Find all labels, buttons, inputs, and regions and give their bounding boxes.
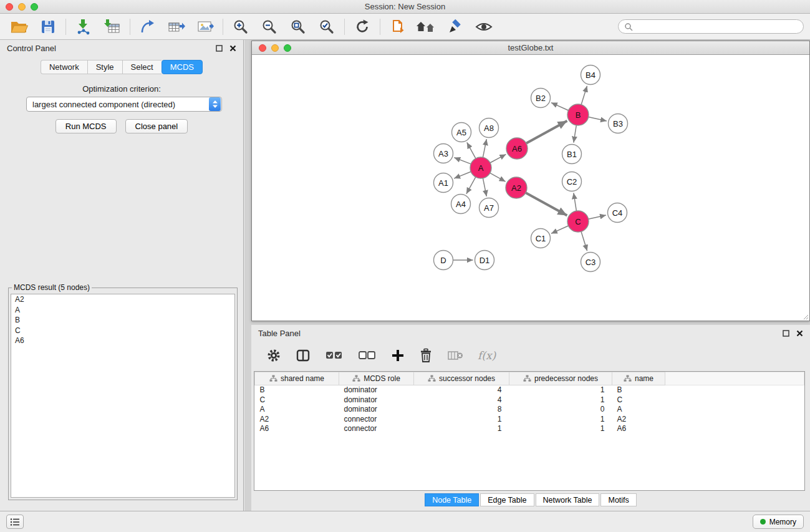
edge-B-B3[interactable] xyxy=(589,117,607,121)
graph-node-C2[interactable]: C2 xyxy=(562,172,582,191)
close-table-panel-icon[interactable] xyxy=(796,330,803,337)
table-cell[interactable]: dominator xyxy=(339,395,414,405)
table-cell[interactable]: connector xyxy=(339,424,414,434)
minimize-network-window-button[interactable] xyxy=(271,44,279,52)
delete-rows-button[interactable] xyxy=(419,348,433,363)
result-item[interactable]: B xyxy=(11,315,234,326)
graph-node-A1[interactable]: A1 xyxy=(434,173,453,193)
table-cell[interactable]: A6 xyxy=(612,424,665,434)
graph-node-A8[interactable]: A8 xyxy=(480,118,499,138)
import-network-button[interactable] xyxy=(70,16,97,37)
result-item[interactable]: A2 xyxy=(11,294,234,305)
table-cell[interactable]: dominator xyxy=(339,405,414,415)
network-window-titlebar[interactable]: testGlobe.txt xyxy=(252,41,809,55)
window-resize-grip[interactable] xyxy=(803,314,809,320)
zoom-network-window-button[interactable] xyxy=(284,44,291,52)
edge-A-A1[interactable] xyxy=(454,172,471,178)
tab-style[interactable]: Style xyxy=(87,60,122,74)
task-history-button[interactable] xyxy=(6,515,24,529)
table-cell[interactable]: 1 xyxy=(414,415,509,425)
tab-node-table[interactable]: Node Table xyxy=(425,493,479,506)
result-item[interactable]: A xyxy=(11,305,234,316)
graph-node-C[interactable]: C xyxy=(567,211,589,232)
graph-node-C4[interactable]: C4 xyxy=(608,203,627,223)
edge-A-A5[interactable] xyxy=(467,142,476,158)
graph-node-C3[interactable]: C3 xyxy=(581,253,600,272)
apply-layout-button[interactable] xyxy=(349,16,375,37)
table-cell[interactable]: 4 xyxy=(414,385,509,395)
tab-network-table[interactable]: Network Table xyxy=(536,493,600,506)
table-settings-button[interactable] xyxy=(266,348,281,363)
column-header-MCDS-role[interactable]: MCDS role xyxy=(339,372,414,385)
column-header-successor-nodes[interactable]: successor nodes xyxy=(414,372,509,385)
table-row[interactable]: Adominator80A xyxy=(255,405,804,415)
graph-node-D1[interactable]: D1 xyxy=(475,251,494,270)
tab-network[interactable]: Network xyxy=(41,60,87,74)
graph-node-A7[interactable]: A7 xyxy=(480,198,499,218)
graph-node-A3[interactable]: A3 xyxy=(434,144,453,163)
table-row[interactable]: A6connector11A6 xyxy=(255,424,804,434)
table-cell[interactable]: 0 xyxy=(509,405,612,415)
result-item[interactable]: C xyxy=(11,326,234,336)
tab-motifs[interactable]: Motifs xyxy=(600,493,636,506)
zoom-in-button[interactable] xyxy=(228,16,254,37)
graph-node-C1[interactable]: C1 xyxy=(531,229,551,248)
run-mcds-button[interactable]: Run MCDS xyxy=(55,119,117,133)
table-row[interactable]: Cdominator41C xyxy=(255,395,804,405)
new-network-from-selection-button[interactable] xyxy=(385,16,411,37)
import-table-button[interactable] xyxy=(99,16,125,37)
table-cell[interactable]: B xyxy=(255,385,339,395)
graph-node-A5[interactable]: A5 xyxy=(452,123,471,142)
export-table-button[interactable] xyxy=(163,16,190,37)
edge-B-B2[interactable] xyxy=(551,103,569,110)
table-cell[interactable]: A2 xyxy=(612,415,665,425)
edge-C-C4[interactable] xyxy=(589,215,606,219)
table-row[interactable]: Bdominator41B xyxy=(255,385,804,395)
zoom-selected-button[interactable] xyxy=(314,16,340,37)
save-session-button[interactable] xyxy=(35,16,61,37)
edge-A-A3[interactable] xyxy=(454,158,471,164)
table-cell[interactable]: C xyxy=(255,395,339,405)
table-row[interactable]: A2connector11A2 xyxy=(255,415,804,425)
graph-node-B[interactable]: B xyxy=(567,104,589,125)
export-image-button[interactable] xyxy=(192,16,218,37)
table-cell[interactable]: dominator xyxy=(339,385,414,395)
column-header-name[interactable]: name xyxy=(612,372,665,385)
graph-node-A4[interactable]: A4 xyxy=(451,195,471,214)
graph-node-B4[interactable]: B4 xyxy=(581,65,600,85)
edge-A-A8[interactable] xyxy=(483,139,486,157)
network-canvas[interactable]: B4B2BB3A5A8A6A3B1AC2A1A2A4A7C4CC1DD1C3 xyxy=(252,55,809,321)
close-network-window-button[interactable] xyxy=(259,44,266,52)
float-table-panel-icon[interactable] xyxy=(783,330,789,337)
edge-A2-C[interactable] xyxy=(526,193,567,215)
memory-button[interactable]: Memory xyxy=(753,515,804,529)
result-item[interactable]: A6 xyxy=(11,336,234,346)
edge-C-C1[interactable] xyxy=(551,226,569,233)
close-panel-icon[interactable] xyxy=(229,45,236,52)
edge-A-A6[interactable] xyxy=(490,154,506,163)
graph-node-A[interactable]: A xyxy=(470,157,491,178)
tab-edge-table[interactable]: Edge Table xyxy=(480,493,534,506)
function-builder-button[interactable]: f(x) xyxy=(478,349,496,362)
export-network-button[interactable] xyxy=(135,16,161,37)
show-graphics-details-button[interactable] xyxy=(471,16,497,37)
close-window-button[interactable] xyxy=(6,3,13,11)
minimize-window-button[interactable] xyxy=(18,3,26,11)
graph-node-A2[interactable]: A2 xyxy=(506,177,527,198)
graph-node-D[interactable]: D xyxy=(434,251,453,270)
edge-C-C2[interactable] xyxy=(574,193,577,211)
edge-A-A4[interactable] xyxy=(466,177,476,194)
graph-node-B2[interactable]: B2 xyxy=(531,89,551,108)
open-session-button[interactable] xyxy=(6,16,32,37)
zoom-window-button[interactable] xyxy=(31,3,38,11)
graph-node-B3[interactable]: B3 xyxy=(609,114,628,133)
delete-column-button[interactable] xyxy=(447,349,463,362)
edge-A-A7[interactable] xyxy=(483,178,486,196)
tab-select[interactable]: Select xyxy=(122,60,162,74)
column-header-shared-name[interactable]: shared name xyxy=(255,372,339,385)
table-cell[interactable]: 1 xyxy=(509,385,612,395)
table-cell[interactable]: B xyxy=(612,385,665,395)
edge-A6-B[interactable] xyxy=(526,121,567,143)
home-button[interactable] xyxy=(413,16,440,37)
table-cell[interactable]: A xyxy=(255,405,339,415)
